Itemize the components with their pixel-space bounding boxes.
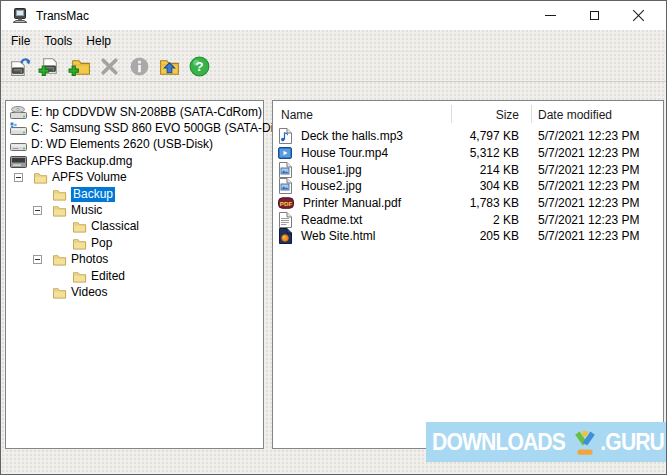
watermark-text-right: .GURU xyxy=(601,428,665,456)
panel-splitter[interactable] xyxy=(264,100,272,449)
file-list-panel: Name Size Date modified Deck the halls.m… xyxy=(272,100,664,449)
app-icon xyxy=(12,8,28,24)
maximize-icon xyxy=(590,11,599,20)
info-icon xyxy=(128,55,151,78)
tree-item-drive-e[interactable]: E: hp CDDVDW SN-208BB (SATA-CdRom) xyxy=(6,104,263,120)
menu-bar: File Tools Help xyxy=(1,30,666,51)
download-arrow-icon xyxy=(572,431,598,457)
close-icon xyxy=(632,9,645,22)
new-disk-image-button[interactable] xyxy=(37,54,62,79)
folder-icon xyxy=(34,171,48,184)
maximize-button[interactable] xyxy=(572,1,616,30)
file-list-header: Name Size Date modified xyxy=(273,101,663,128)
watermark-text-left: DOWNLOADS xyxy=(432,428,565,456)
folder-tree-panel: E: hp CDDVDW SN-208BB (SATA-CdRom) C: Sa… xyxy=(5,100,264,449)
delete-button[interactable] xyxy=(97,54,122,79)
help-question-icon: ? xyxy=(188,55,211,78)
open-disk-image-button[interactable] xyxy=(7,54,32,79)
audio-file-icon xyxy=(278,128,292,144)
file-row[interactable]: House1.jpg 214 KB 5/7/2021 12:23 PM xyxy=(273,161,663,178)
close-button[interactable] xyxy=(616,1,660,30)
tree-item-edited[interactable]: Edited xyxy=(6,268,263,284)
file-row[interactable]: House Tour.mp4 5,312 KB 5/7/2021 12:23 P… xyxy=(273,145,663,162)
file-row[interactable]: Deck the halls.mp3 4,797 KB 5/7/2021 12:… xyxy=(273,128,663,145)
menu-help[interactable]: Help xyxy=(79,32,118,50)
tree-item-drive-d[interactable]: D: WD Elements 2620 (USB-Disk) xyxy=(6,137,263,153)
menu-tools[interactable]: Tools xyxy=(37,32,79,50)
new-folder-button[interactable] xyxy=(67,54,92,79)
folder-up-arrow-icon xyxy=(158,55,181,78)
downloads-guru-watermark[interactable]: DOWNLOADS .GURU xyxy=(426,422,666,462)
image-file-icon xyxy=(278,178,292,194)
folder-add-icon xyxy=(68,55,91,78)
usb-drive-icon xyxy=(10,138,27,151)
ssd-drive-icon xyxy=(10,122,27,135)
svg-text:?: ? xyxy=(195,59,203,74)
tree-item-backup[interactable]: Backup xyxy=(6,186,263,202)
tree-item-drive-c[interactable]: C: Samsung SSD 860 EVO 500GB (SATA-Disk) xyxy=(6,120,263,136)
help-button[interactable]: ? xyxy=(187,54,212,79)
tree-item-apfs-volume[interactable]: APFS Volume xyxy=(6,170,263,186)
tree-item-music[interactable]: Music xyxy=(6,202,263,218)
html-file-icon xyxy=(278,228,292,244)
delete-x-icon xyxy=(98,55,121,78)
folder-icon xyxy=(73,237,87,250)
image-file-icon xyxy=(278,162,292,178)
window-controls xyxy=(528,1,660,30)
tree-item-apfs-backup-dmg[interactable]: APFS Backup.dmg xyxy=(6,153,263,169)
collapse-toggle-icon[interactable] xyxy=(33,206,42,215)
properties-button[interactable] xyxy=(127,54,152,79)
disk-image-add-icon xyxy=(38,55,61,78)
transmac-window: TransMac File Tools Help xyxy=(0,0,667,475)
cdrom-drive-icon xyxy=(10,106,27,119)
video-file-icon xyxy=(278,145,292,161)
folder-icon xyxy=(73,270,87,283)
column-header-date-modified[interactable]: Date modified xyxy=(531,101,663,128)
restore-button[interactable] xyxy=(157,54,182,79)
folder-icon xyxy=(53,286,67,299)
file-row[interactable]: Readme.txt 2 KB 5/7/2021 12:23 PM xyxy=(273,211,663,228)
folder-icon xyxy=(53,253,67,266)
title-bar: TransMac xyxy=(1,1,666,30)
tree-item-videos[interactable]: Videos xyxy=(6,284,263,300)
file-row[interactable]: Printer Manual.pdf 1,783 KB 5/7/2021 12:… xyxy=(273,195,663,212)
column-header-size[interactable]: Size xyxy=(451,101,531,128)
tree-item-photos[interactable]: Photos xyxy=(6,252,263,268)
folder-icon xyxy=(73,220,87,233)
tree-item-classical[interactable]: Classical xyxy=(6,219,263,235)
column-header-name[interactable]: Name xyxy=(273,101,451,128)
file-row[interactable]: Web Site.html 205 KB 5/7/2021 12:23 PM xyxy=(273,228,663,245)
toolbar: ? xyxy=(1,51,666,82)
file-row[interactable]: House2.jpg 304 KB 5/7/2021 12:23 PM xyxy=(273,178,663,195)
collapse-toggle-icon[interactable] xyxy=(33,255,42,264)
menu-file[interactable]: File xyxy=(4,32,37,50)
pdf-file-icon xyxy=(278,195,294,211)
minimize-button[interactable] xyxy=(528,1,572,30)
disk-image-open-icon xyxy=(8,55,31,78)
collapse-toggle-icon[interactable] xyxy=(14,173,23,182)
tree-item-pop[interactable]: Pop xyxy=(6,235,263,251)
text-file-icon xyxy=(278,212,292,228)
disk-image-icon xyxy=(10,155,27,168)
window-title: TransMac xyxy=(36,9,89,23)
minimize-icon xyxy=(545,15,556,16)
selected-tree-label: Backup xyxy=(71,187,115,202)
folder-icon xyxy=(53,204,67,217)
folder-icon xyxy=(53,188,67,201)
